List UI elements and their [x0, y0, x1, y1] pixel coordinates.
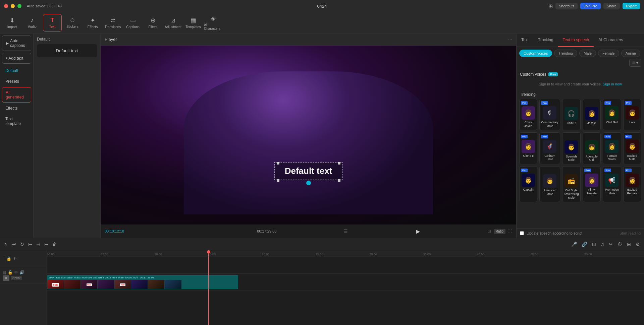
- tts-voice-spanish_male[interactable]: 👨 Spanish Male: [562, 132, 581, 165]
- grid-icon[interactable]: ⊞: [548, 3, 553, 9]
- join-pro-button[interactable]: Join Pro: [580, 3, 600, 9]
- sidebar-item-presets[interactable]: Presets: [2, 76, 31, 86]
- toolbar-text[interactable]: T Text: [43, 14, 62, 31]
- handle-tr[interactable]: [338, 162, 340, 165]
- video-track-lock-icon[interactable]: 🔒: [8, 270, 13, 275]
- tts-voice-chill_girl[interactable]: Pro 👩 Chill Girl: [603, 99, 621, 130]
- filter-trending[interactable]: Trending: [554, 50, 577, 57]
- list-icon[interactable]: ☰: [343, 229, 348, 234]
- tts-voice-chica_joven[interactable]: Pro 👩 Chica Joven: [519, 99, 537, 130]
- text-preset-default[interactable]: Default text: [37, 44, 97, 57]
- text-icon: T: [51, 17, 54, 24]
- video-clip[interactable]: 2024-aziz-abu-sarah-maoz-inon-003-c8b31d…: [47, 275, 238, 289]
- tl-clock-icon[interactable]: ⏱: [616, 240, 624, 248]
- toolbar-import[interactable]: ⬇ Import: [3, 14, 21, 31]
- tts-voice-commentary_male[interactable]: Pro 🎙 Commentary Male: [539, 99, 560, 130]
- tts-voice-female_sales[interactable]: Pro 👩 Female Sales: [603, 132, 621, 165]
- tab-text-to-speech[interactable]: Text-to-speech: [558, 34, 594, 47]
- text-track-lock-icon[interactable]: 🔒: [6, 256, 11, 261]
- timeline-ruler[interactable]: 00:00 05:00 10:00 15:00 20:00 25:00 30:0…: [47, 250, 644, 257]
- tl-mic-icon[interactable]: 🎤: [570, 240, 578, 248]
- play-button[interactable]: ▶: [413, 226, 423, 236]
- fit-icon[interactable]: ⊡: [488, 229, 491, 234]
- voice-name-excited_male: Excited Male: [625, 154, 640, 161]
- tts-voice-gotham_hero[interactable]: Pro 🦸 Gotham Hero: [539, 132, 560, 165]
- tts-voice-jessie[interactable]: 👩 Jessie: [583, 99, 601, 130]
- tts-voice-flirty_female[interactable]: Pro 👩 Flirty Female: [583, 166, 601, 202]
- fullscreen-icon[interactable]: ⛶: [508, 229, 512, 234]
- sidebar-item-text-template[interactable]: Text template: [2, 114, 31, 129]
- filter-male[interactable]: Male: [579, 50, 596, 57]
- sort-button[interactable]: ⊞ ▾: [629, 59, 641, 67]
- tts-voice-gloria_ii[interactable]: Pro 👩 Gloria II: [519, 132, 537, 165]
- handle-bl[interactable]: [277, 179, 279, 182]
- tts-voice-old_style_advertising_male[interactable]: 📻 Old Style Advertising Male: [562, 166, 581, 202]
- text-track-eye-icon[interactable]: 👁: [13, 256, 17, 261]
- tl-redo[interactable]: ↻: [19, 240, 25, 248]
- tts-voice-captain[interactable]: Pro 👨 Captain: [519, 166, 537, 202]
- sign-in-link[interactable]: Sign in now: [603, 82, 622, 86]
- text-panel-title: Default: [37, 37, 97, 42]
- export-button[interactable]: Export: [623, 3, 640, 9]
- ruler-mark-1: 05:00: [101, 253, 108, 256]
- tts-voice-lois[interactable]: Pro 👩 Lois: [623, 99, 642, 130]
- toolbar-adjustment[interactable]: ⊿ Adjustment: [164, 14, 182, 31]
- tab-ai-characters[interactable]: AI Characters: [594, 34, 628, 47]
- filter-custom-voices[interactable]: Custom voices: [519, 50, 552, 57]
- tl-trim-left[interactable]: ⊣: [35, 240, 42, 248]
- minimize-button[interactable]: [11, 4, 15, 8]
- filter-female[interactable]: Female: [598, 50, 619, 57]
- sidebar-item-auto-captions[interactable]: ▶ Auto captions: [2, 36, 31, 51]
- handle-tl[interactable]: [277, 162, 279, 165]
- video-track-audio-icon[interactable]: 🔊: [19, 270, 24, 275]
- tl-video-icon[interactable]: ⊡: [591, 240, 597, 248]
- video-track-eye-icon[interactable]: 👁: [14, 270, 18, 275]
- tl-trim-right[interactable]: ⊢: [43, 240, 50, 248]
- tts-voice-excited_male[interactable]: Pro 👨 Excited Male: [623, 132, 642, 165]
- toolbar-transitions[interactable]: ⇌ Transitions: [103, 14, 122, 31]
- voice-avatar-commentary_male: 🎙: [543, 106, 556, 120]
- update-speech-checkbox[interactable]: [520, 231, 524, 235]
- toolbar-templates[interactable]: ▦ Templates: [184, 14, 203, 31]
- tl-expand-icon[interactable]: ⊞: [626, 240, 632, 248]
- handle-br[interactable]: [338, 179, 340, 182]
- player-menu-icon[interactable]: ⋯: [508, 37, 512, 42]
- tl-delete[interactable]: 🗑: [51, 240, 58, 248]
- maximize-button[interactable]: [17, 4, 21, 8]
- tab-text[interactable]: Text: [517, 34, 533, 47]
- toolbar-filters[interactable]: ⊕ Filters: [144, 14, 162, 31]
- share-button[interactable]: Share: [603, 3, 620, 9]
- tts-voice-adorable_girl[interactable]: 👧 Adorable Girl: [583, 132, 601, 165]
- tts-voice-american_male[interactable]: 👨 American Male: [539, 166, 560, 202]
- toolbar-audio[interactable]: ♪ Audio: [23, 14, 42, 31]
- tl-settings-icon[interactable]: ⚙: [634, 240, 641, 248]
- close-button[interactable]: [4, 4, 8, 8]
- text-overlay-content: Default text: [285, 166, 332, 176]
- anchor-point[interactable]: [306, 181, 311, 185]
- toolbar-captions[interactable]: ▭ Captions: [123, 14, 142, 31]
- tts-voice-asmr[interactable]: 🎧 ASMR: [562, 99, 581, 130]
- tl-cut-icon[interactable]: ✂: [607, 240, 614, 248]
- shortcuts-button[interactable]: Shortcuts: [555, 3, 578, 9]
- tl-undo[interactable]: ↩: [11, 240, 17, 248]
- voice-name-jessie: Jessie: [587, 121, 596, 125]
- filter-anime[interactable]: Anime: [621, 50, 640, 57]
- sidebar-item-effects[interactable]: Effects: [2, 103, 31, 113]
- tl-split-tool[interactable]: ⊢: [27, 240, 34, 248]
- tl-audio-icon[interactable]: ♫: [599, 240, 606, 248]
- ratio-button[interactable]: Ratio: [494, 229, 505, 234]
- text-overlay-box[interactable]: Default text: [274, 162, 343, 180]
- tl-link-icon[interactable]: 🔗: [580, 240, 589, 248]
- voice-name-lois: Lois: [629, 121, 635, 124]
- tts-voice-excited_female[interactable]: Pro 👩 Excited Female: [623, 166, 642, 202]
- toolbar-ai-characters[interactable]: ◈ AI Characters: [204, 14, 223, 31]
- tl-select-tool[interactable]: ↖: [3, 240, 9, 248]
- sidebar-item-default[interactable]: Default: [2, 66, 31, 76]
- tab-tracking[interactable]: Tracking: [533, 34, 558, 47]
- sidebar-item-add-text[interactable]: • Add text: [2, 53, 31, 64]
- toolbar-stickers[interactable]: ☺ Stickers: [63, 14, 82, 31]
- sidebar-item-ai-generated[interactable]: AI generated: [2, 87, 31, 103]
- toolbar-effects[interactable]: ✦ Effects: [83, 14, 102, 31]
- start-reading-button[interactable]: Start reading: [620, 231, 641, 235]
- tts-voice-promotion_male[interactable]: Pro 📢 Promotion Male: [603, 166, 621, 202]
